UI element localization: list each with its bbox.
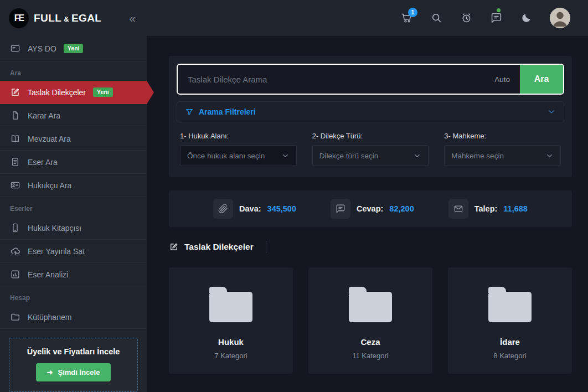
sidebar-item-label: Kütüphanem xyxy=(28,313,71,322)
sidebar-item-karar-ara[interactable]: Karar Ara xyxy=(0,104,147,127)
select-value: Mahkeme seçin xyxy=(451,152,504,160)
hukuk-alani-select[interactable]: Önce hukuk alanı seçin xyxy=(180,145,297,166)
chevron-down-icon xyxy=(281,152,290,160)
sidebar-item-eser-yayinla-sat[interactable]: Eser Yayınla Sat xyxy=(0,240,147,263)
mobile-book-icon xyxy=(10,223,20,233)
sidebar-item-label: Hukukçu Ara xyxy=(28,181,71,190)
sidebar-item-hukukcu-ara[interactable]: Hukukçu Ara xyxy=(0,174,147,197)
new-badge: Yeni xyxy=(93,87,113,97)
sidebar-item-label: Hukuk Kitapçısı xyxy=(28,224,81,233)
topbar: FE FULL&EGAL « 1 xyxy=(0,0,588,36)
sidebar-item-label: Eser Yayınla Sat xyxy=(28,247,85,256)
avatar[interactable] xyxy=(550,8,570,28)
logo-initials: FE xyxy=(14,13,23,23)
filter-label: 3- Mahkeme: xyxy=(444,132,561,140)
reminders-button[interactable] xyxy=(460,12,472,24)
moon-icon xyxy=(520,12,532,24)
search-button[interactable] xyxy=(430,12,442,24)
section-heading: Taslak Dilekçeler xyxy=(169,241,572,253)
filter-label: 1- Hukuk Alanı: xyxy=(180,132,297,140)
select-value: Önce hukuk alanı seçin xyxy=(187,152,265,160)
search-box: Auto Ara xyxy=(177,64,564,95)
sidebar-collapse-icon[interactable]: « xyxy=(129,12,136,24)
logo-icon: FE xyxy=(9,8,29,28)
search-panel: Auto Ara Arama Filtreleri 1- Hukuk Alanı… xyxy=(169,56,572,177)
bar-chart-icon xyxy=(10,269,20,280)
search-input[interactable] xyxy=(178,65,494,94)
filters-title: Arama Filtreleri xyxy=(199,107,256,116)
sidebar-item-label: Eser Analizi xyxy=(28,270,68,279)
sidebar-item-label: Taslak Dilekçeler xyxy=(28,88,86,97)
category-card-hukuk[interactable]: Hukuk 7 Kategori xyxy=(169,267,293,374)
brand-logo[interactable]: FE FULL&EGAL xyxy=(9,8,101,28)
stat-value: 345,500 xyxy=(267,204,296,213)
folder-icon xyxy=(10,312,20,322)
category-card-ceza[interactable]: Ceza 11 Kategori xyxy=(308,267,432,374)
stat-value: 11,688 xyxy=(503,204,528,213)
filter-dilekce-turu: 2- Dilekçe Türü: Dilekçe türü seçin xyxy=(312,132,429,166)
messages-status-dot xyxy=(497,8,501,12)
promo-cta-label: Şimdi İncele xyxy=(58,368,100,376)
sidebar-section-ara: Ara xyxy=(0,61,147,81)
card-list-icon xyxy=(10,43,20,54)
category-card-idare[interactable]: İdare 8 Kategori xyxy=(448,267,572,374)
promo-cta-button[interactable]: ➜ Şimdi İncele xyxy=(36,363,111,381)
chat-bubble-icon xyxy=(331,199,350,219)
cart-badge: 1 xyxy=(408,8,417,17)
sidebar-item-label: Eser Ara xyxy=(28,158,58,167)
arrow-right-icon: ➜ xyxy=(47,368,53,376)
chevron-down-icon xyxy=(545,152,554,160)
section-title: Taslak Dilekçeler xyxy=(184,242,254,252)
stat-cevap: Cevap: 82,200 xyxy=(331,199,414,219)
document-icon xyxy=(10,110,20,121)
sidebar-item-hukuk-kitapcisi[interactable]: Hukuk Kitapçısı xyxy=(0,216,147,240)
category-cards: Hukuk 7 Kategori Ceza 11 Kategori İdare … xyxy=(169,267,572,374)
stats-bar: Dava: 345,500 Cevap: 82,200 Talep: xyxy=(169,190,572,227)
brand-word-2: EGAL xyxy=(71,12,101,24)
cart-button[interactable]: 1 xyxy=(400,12,412,24)
chevron-down-icon xyxy=(413,152,421,160)
folder-icon xyxy=(209,292,252,322)
category-title: Ceza xyxy=(360,337,380,347)
sidebar-item-taslak-dilekceler[interactable]: Taslak Dilekçeler Yeni xyxy=(0,81,147,104)
category-count: 7 Kategori xyxy=(214,352,247,360)
divider xyxy=(266,241,266,253)
stat-label: Dava: xyxy=(239,204,261,213)
category-count: 11 Kategori xyxy=(352,352,389,360)
brand-area: FE FULL&EGAL « xyxy=(0,8,147,28)
promo-title: Üyelik ve Fiyatları İncele xyxy=(15,347,132,356)
sidebar-item-label: Karar Ara xyxy=(28,111,60,120)
chevron-down-icon xyxy=(547,107,556,116)
mahkeme-select[interactable]: Mahkeme seçin xyxy=(444,145,561,166)
sidebar-item-eser-analizi[interactable]: Eser Analizi xyxy=(0,263,147,286)
paperclip-icon xyxy=(213,199,233,219)
edit-icon xyxy=(10,87,20,97)
filter-mahkeme: 3- Mahkeme: Mahkeme seçin xyxy=(444,132,561,166)
main-content: Auto Ara Arama Filtreleri 1- Hukuk Alanı… xyxy=(147,36,588,392)
folder-icon xyxy=(349,292,392,322)
chat-icon xyxy=(491,12,502,24)
sidebar-item-kutuphanem[interactable]: Kütüphanem xyxy=(0,306,147,329)
messages-button[interactable] xyxy=(490,12,502,24)
dark-mode-toggle[interactable] xyxy=(520,12,532,24)
search-filters-toggle[interactable]: Arama Filtreleri xyxy=(177,101,564,122)
filter-hukuk-alani: 1- Hukuk Alanı: Önce hukuk alanı seçin xyxy=(180,132,297,166)
filter-label: 2- Dilekçe Türü: xyxy=(312,132,429,140)
app-root: FE FULL&EGAL « 1 xyxy=(0,0,588,392)
stat-value: 82,200 xyxy=(389,204,414,213)
search-submit-button[interactable]: Ara xyxy=(520,65,563,94)
membership-promo-card: Üyelik ve Fiyatları İncele ➜ Şimdi İncel… xyxy=(9,338,138,392)
document-lines-icon xyxy=(10,157,20,167)
category-title: Hukuk xyxy=(218,337,244,347)
search-icon xyxy=(431,12,442,24)
sidebar-item-mevzuat-ara[interactable]: Mevzuat Ara xyxy=(0,127,147,151)
sidebar-item-ays-do[interactable]: AYS DO Yeni xyxy=(0,36,147,61)
select-value: Dilekçe türü seçin xyxy=(319,152,379,160)
cloud-upload-icon xyxy=(10,246,20,256)
category-count: 8 Kategori xyxy=(493,352,526,360)
auto-label[interactable]: Auto xyxy=(494,75,510,84)
dilekce-turu-select[interactable]: Dilekçe türü seçin xyxy=(312,145,429,166)
sidebar-item-eser-ara[interactable]: Eser Ara xyxy=(0,151,147,174)
stat-label: Cevap: xyxy=(357,204,383,213)
alarm-clock-icon xyxy=(461,12,472,24)
